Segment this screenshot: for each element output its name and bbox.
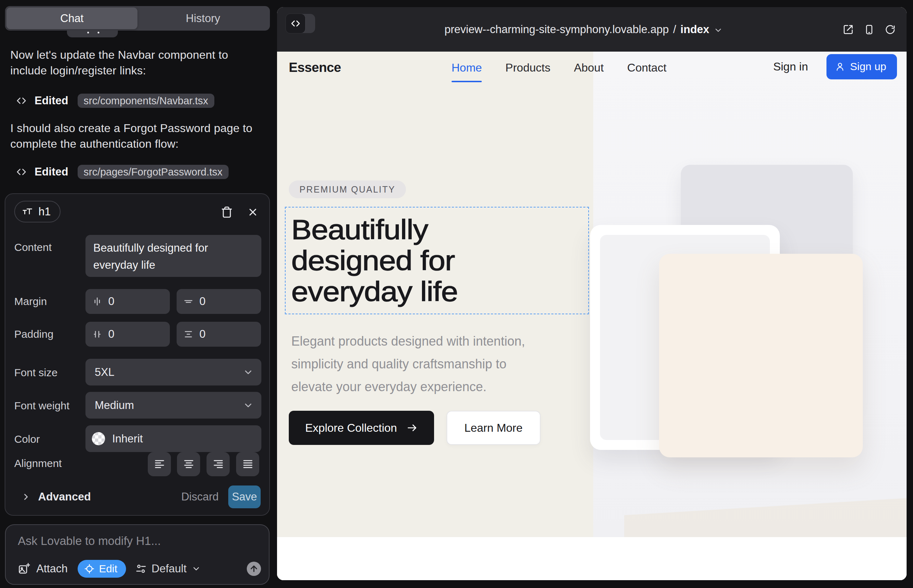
arrow-right-icon: [406, 422, 418, 433]
font-weight-value: Medium: [95, 399, 134, 412]
preview-topbar: preview--charming-site-symphony.lovable.…: [277, 7, 907, 52]
advanced-label: Advanced: [38, 491, 91, 503]
margin-y-input[interactable]: 0: [176, 289, 261, 314]
margin-x-input[interactable]: 0: [86, 289, 170, 314]
learn-more-button[interactable]: Learn More: [447, 411, 541, 445]
chevron-down-icon: [243, 400, 254, 411]
sign-up-label: Sign up: [850, 60, 886, 73]
assistant-message: Now let's update the Navbar component to…: [10, 47, 261, 78]
align-right-button[interactable]: [207, 452, 230, 476]
hero-heading: Beautifullydesigned foreveryday life: [291, 214, 458, 307]
margin-horizontal-icon: [92, 296, 102, 307]
site-header: Essence Home Products About Contact Sign…: [277, 52, 907, 91]
transparent-swatch-icon: [92, 432, 105, 445]
file-path-chip[interactable]: src/pages/ForgotPassword.tsx: [78, 165, 228, 179]
edit-mode-pill[interactable]: Edit: [78, 560, 126, 578]
chat-history-tabs: Chat History: [5, 6, 270, 31]
chevron-down-icon: [714, 26, 723, 35]
refresh-button[interactable]: [885, 24, 895, 35]
chat-composer[interactable]: Ask Lovable to modify H1... Attach Edit …: [5, 524, 270, 585]
hero-paragraph: Elegant products designed with intention…: [291, 330, 541, 398]
padding-x-input[interactable]: 0: [86, 322, 170, 347]
align-right-icon: [212, 458, 224, 470]
color-value: Inherit: [112, 433, 143, 445]
code-icon: [16, 95, 27, 106]
site-nav: Home Products About Contact: [452, 56, 667, 79]
nav-link-contact[interactable]: Contact: [627, 61, 666, 74]
padding-x-value: 0: [108, 328, 114, 341]
content-textarea-value: Beautifully designed for everyday life: [86, 235, 261, 278]
site-footer-band: [277, 537, 907, 580]
edited-label: Edited: [34, 94, 68, 107]
font-weight-select[interactable]: Medium: [86, 392, 261, 418]
align-center-button[interactable]: [177, 452, 200, 476]
font-weight-field-label: Font weight: [14, 400, 70, 412]
close-icon: [247, 207, 259, 218]
sign-up-button[interactable]: Sign up: [826, 54, 897, 79]
trash-icon: [221, 206, 233, 218]
margin-vertical-icon: [183, 296, 194, 307]
padding-horizontal-icon: [92, 329, 102, 339]
sliders-icon: [135, 563, 147, 575]
code-icon: [16, 166, 27, 177]
align-justify-icon: [242, 458, 254, 470]
align-left-button[interactable]: [148, 452, 171, 476]
margin-x-value: 0: [108, 295, 114, 308]
file-path-chip[interactable]: src/components/Navbar.tsx: [78, 94, 214, 108]
user-icon: [835, 61, 845, 71]
font-size-select[interactable]: 5XL: [86, 359, 261, 386]
smartphone-icon: [864, 24, 874, 35]
site-logo[interactable]: Essence: [289, 56, 341, 79]
explore-collection-button[interactable]: Explore Collection: [289, 411, 434, 445]
nav-link-products[interactable]: Products: [505, 61, 550, 74]
edit-mode-label: Edit: [99, 563, 118, 575]
color-select[interactable]: Inherit: [86, 425, 261, 452]
mobile-view-button[interactable]: [864, 24, 874, 35]
padding-y-input[interactable]: 0: [176, 322, 261, 347]
preview-site: Essence Home Products About Contact Sign…: [277, 52, 907, 580]
discard-button[interactable]: Discard: [181, 486, 219, 508]
refresh-icon: [885, 24, 895, 35]
align-left-icon: [154, 458, 165, 470]
element-inspector-panel: h1 Content Beautifully designed for ever…: [5, 193, 270, 516]
open-in-new-tab-button[interactable]: [843, 24, 853, 35]
edited-label: Edited: [34, 165, 68, 178]
model-mode-select[interactable]: Default: [135, 562, 201, 575]
padding-vertical-icon: [183, 329, 194, 339]
alignment-field-label: Alignment: [14, 457, 62, 470]
align-center-icon: [183, 458, 195, 470]
margin-y-value: 0: [199, 295, 206, 308]
advanced-toggle[interactable]: Advanced: [21, 486, 91, 508]
margin-field-label: Margin: [14, 296, 47, 307]
send-button[interactable]: [247, 562, 261, 576]
font-size-field-label: Font size: [14, 367, 58, 379]
tab-history[interactable]: History: [138, 8, 269, 29]
explore-collection-label: Explore Collection: [305, 422, 397, 435]
hero-card-cream: [659, 254, 863, 457]
preview-page-name: index: [680, 23, 709, 36]
preview-domain: preview--charming-site-symphony.lovable.…: [444, 23, 669, 36]
url-separator: /: [673, 23, 676, 36]
align-justify-button[interactable]: [236, 452, 259, 476]
close-inspector-button[interactable]: [245, 204, 261, 220]
external-link-icon: [843, 24, 853, 35]
padding-y-value: 0: [199, 328, 206, 341]
selected-tag-label: h1: [39, 205, 50, 218]
assistant-message: I should also create a Forgot Password p…: [10, 120, 261, 152]
selected-element-pill: h1: [14, 201, 60, 223]
sign-in-link[interactable]: Sign in: [773, 60, 808, 73]
edited-file-row[interactable]: Edited src/pages/ForgotPassword.tsx: [16, 165, 228, 179]
content-textarea[interactable]: Beautifully designed for everyday life: [86, 235, 261, 277]
save-button[interactable]: Save: [228, 486, 261, 508]
attach-button[interactable]: Attach: [36, 562, 68, 575]
nav-link-about[interactable]: About: [574, 61, 604, 74]
edited-file-row[interactable]: Edited src/components/Navbar.tsx: [16, 94, 214, 108]
padding-field-label: Padding: [14, 328, 53, 340]
preview-url-bar[interactable]: preview--charming-site-symphony.lovable.…: [277, 7, 907, 52]
delete-element-button[interactable]: [219, 204, 235, 220]
content-field-label: Content: [14, 241, 52, 254]
nav-link-home[interactable]: Home: [452, 61, 482, 74]
truncated-chip: [67, 31, 118, 37]
attach-image-icon: [18, 563, 30, 575]
tab-chat[interactable]: Chat: [6, 8, 138, 29]
